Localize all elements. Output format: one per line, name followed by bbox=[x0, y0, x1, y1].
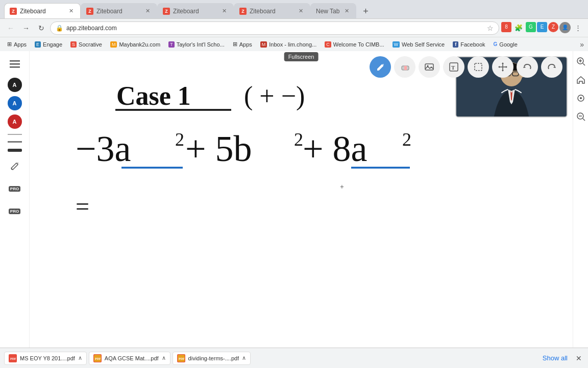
close-downloads-button[interactable]: ✕ bbox=[574, 353, 584, 363]
address-text: app.ziteboard.com bbox=[66, 25, 484, 32]
bookmark-taylors[interactable]: T Taylor's Int'l Scho... bbox=[165, 40, 228, 49]
ext-icon-4[interactable]: E bbox=[537, 22, 547, 32]
forward-button[interactable]: → bbox=[19, 21, 33, 35]
whiteboard[interactable]: Fullscreen bbox=[30, 51, 573, 368]
svg-marker-17 bbox=[553, 66, 556, 68]
stroke-medium[interactable] bbox=[8, 141, 22, 143]
svg-marker-12 bbox=[502, 62, 504, 64]
exp2-2-text: 2 bbox=[294, 129, 303, 150]
bookmark-engage[interactable]: E Engage bbox=[32, 40, 65, 49]
bookmark-facebook[interactable]: f Facebook bbox=[450, 40, 488, 49]
select-tool-button[interactable] bbox=[468, 56, 489, 78]
svg-text:PDF: PDF bbox=[179, 357, 185, 360]
pdf-icon-svg-3: PDF bbox=[178, 355, 185, 362]
tab-2[interactable]: Z Ziteboard ✕ bbox=[81, 3, 157, 18]
pdf-icon-svg-1: PDF bbox=[9, 355, 16, 362]
pro-tool-2[interactable]: PRO bbox=[6, 202, 24, 220]
svg-rect-2 bbox=[10, 66, 20, 68]
pdf-icon-2: PDF bbox=[93, 354, 102, 362]
downloads-bar: PDF MS EOY Y8 201....pdf ∧ PDF AQA GCSE … bbox=[0, 348, 588, 368]
tab-newtab-close[interactable]: ✕ bbox=[342, 7, 351, 15]
tab-1[interactable]: Z Ziteboard ✕ bbox=[4, 3, 81, 18]
tab-3[interactable]: Z Ziteboard ✕ bbox=[157, 3, 234, 18]
exp2-3-text: 2 bbox=[402, 129, 411, 150]
pdf-icon-3: PDF bbox=[177, 354, 185, 362]
tab-3-close[interactable]: ✕ bbox=[220, 7, 228, 15]
pencil-icon bbox=[10, 161, 20, 171]
bookmark-taylors-label: Taylor's Int'l Scho... bbox=[177, 41, 225, 48]
address-bar[interactable]: 🔒 app.ziteboard.com ☆ bbox=[50, 21, 499, 35]
zoom-out-icon bbox=[576, 112, 585, 121]
show-all-button[interactable]: Show all bbox=[538, 352, 572, 364]
download-item-3[interactable]: PDF dividing-terms-....pdf ∧ bbox=[173, 352, 251, 365]
download-arrow-1[interactable]: ∧ bbox=[78, 355, 82, 361]
zoom-in-button[interactable] bbox=[575, 55, 587, 67]
text-tool-button[interactable]: T bbox=[443, 56, 464, 78]
bookmark-apps-2-label: Apps bbox=[239, 41, 252, 48]
bookmark-inbox[interactable]: M Inbox - lim.chong... bbox=[257, 40, 320, 49]
center-icon bbox=[576, 94, 585, 103]
tab-newtab-title: New Tab bbox=[316, 8, 339, 15]
color-black-button[interactable]: A bbox=[8, 78, 22, 92]
zoom-in-icon bbox=[576, 57, 585, 66]
tab-2-close[interactable]: ✕ bbox=[143, 7, 152, 15]
pro-tool-1[interactable]: PRO bbox=[6, 179, 24, 198]
tab-1-close[interactable]: ✕ bbox=[67, 7, 75, 15]
color-black-label: A bbox=[13, 82, 17, 88]
pencil-tool-button[interactable] bbox=[6, 157, 24, 175]
download-item-2[interactable]: PDF AQA GCSE Mat....pdf ∧ bbox=[89, 352, 170, 365]
zoom-out-button[interactable] bbox=[575, 110, 587, 123]
bookmark-apps-2[interactable]: ⊞ Apps bbox=[230, 40, 255, 49]
ext-icon-3[interactable]: G bbox=[526, 22, 536, 32]
bookmark-apps-1[interactable]: ⊞ Apps bbox=[4, 40, 30, 49]
bookmark-star-icon[interactable]: ☆ bbox=[487, 24, 494, 32]
stroke-thick[interactable] bbox=[8, 149, 22, 152]
reload-button[interactable]: ↻ bbox=[35, 21, 48, 35]
stroke-thin[interactable] bbox=[8, 134, 22, 135]
download-item-1[interactable]: PDF MS EOY Y8 201....pdf ∧ bbox=[4, 352, 87, 365]
tab-1-icon: Z bbox=[10, 8, 17, 15]
undo-button[interactable] bbox=[517, 56, 538, 78]
bookmark-webself-label: Web Self Service bbox=[402, 41, 445, 48]
equals-text: = bbox=[76, 193, 89, 220]
bookmark-socrative[interactable]: S Socrative bbox=[67, 40, 105, 49]
neg3a-text: −3a bbox=[76, 128, 131, 169]
bookmark-google[interactable]: G Google bbox=[491, 40, 521, 49]
image-tool-button[interactable] bbox=[419, 56, 440, 78]
svg-text:PDF: PDF bbox=[95, 357, 101, 360]
bookmark-apps-1-label: Apps bbox=[14, 41, 27, 48]
bookmark-cimb[interactable]: C Welcome To CIMB... bbox=[322, 40, 387, 49]
plus-minus-text: ( + −) bbox=[244, 81, 305, 111]
tab-4[interactable]: Z Ziteboard ✕ bbox=[234, 3, 310, 18]
back-button[interactable]: ← bbox=[4, 21, 17, 35]
bookmark-webself[interactable]: W Web Self Service bbox=[389, 40, 448, 49]
top-toolbar: T bbox=[370, 56, 562, 78]
eraser-tool-button[interactable] bbox=[394, 56, 415, 78]
color-red-button[interactable]: A bbox=[8, 114, 22, 129]
tab-newtab[interactable]: New Tab ✕ bbox=[310, 3, 356, 18]
menu-button[interactable]: ⋮ bbox=[572, 22, 584, 34]
ext-icon-2[interactable]: 🧩 bbox=[512, 22, 525, 34]
pen-tool-button[interactable] bbox=[370, 56, 391, 78]
tab-2-icon: Z bbox=[86, 8, 93, 15]
profile-icon[interactable]: 👤 bbox=[559, 22, 571, 33]
more-bookmarks-button[interactable]: » bbox=[580, 40, 584, 49]
ext-icon-5[interactable]: Z bbox=[548, 22, 558, 32]
image-icon bbox=[424, 62, 434, 72]
hamburger-menu-button[interactable] bbox=[6, 55, 24, 74]
redo-button[interactable] bbox=[541, 56, 562, 78]
case1-text: Case 1 bbox=[116, 81, 191, 110]
svg-rect-1 bbox=[10, 63, 20, 65]
bookmark-maybank[interactable]: M Maybank2u.com bbox=[107, 40, 163, 49]
new-tab-button[interactable]: + bbox=[358, 4, 373, 18]
color-blue-button[interactable]: A bbox=[8, 96, 22, 110]
tab-4-close[interactable]: ✕ bbox=[297, 7, 305, 15]
download-arrow-2[interactable]: ∧ bbox=[162, 355, 166, 361]
ext-icon-1[interactable]: 8 bbox=[501, 22, 511, 32]
home-button[interactable] bbox=[575, 74, 587, 86]
center-button[interactable] bbox=[575, 92, 587, 104]
pro-badge-2: PRO bbox=[9, 209, 20, 214]
pan-tool-button[interactable] bbox=[492, 56, 513, 78]
download-arrow-3[interactable]: ∧ bbox=[242, 355, 246, 361]
tab-4-title: Ziteboard bbox=[250, 8, 293, 15]
